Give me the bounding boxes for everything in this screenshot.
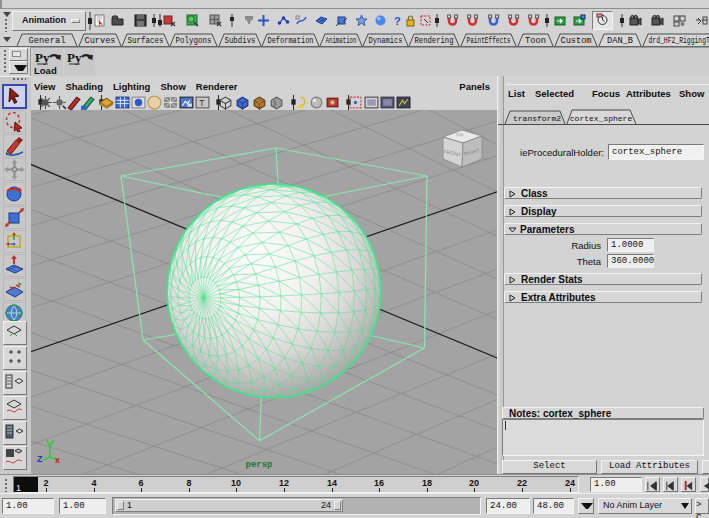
svg-text:transform2: transform2: [513, 114, 561, 123]
svg-text:PaintEffects: PaintEffects: [467, 36, 511, 46]
svg-text:persp: persp: [245, 460, 272, 470]
svg-text:Py: Py: [35, 50, 50, 65]
svg-text:Dynamics: Dynamics: [369, 36, 403, 46]
svg-text:Deformation: Deformation: [268, 36, 314, 46]
svg-text:Z: Z: [37, 454, 43, 464]
svg-text:Surfaces: Surfaces: [128, 36, 164, 46]
svg-text:Rendering: Rendering: [415, 36, 454, 46]
svg-text:?: ?: [394, 15, 401, 27]
svg-text:cortex_sphere: cortex_sphere: [570, 114, 633, 123]
svg-text:drd_HF2_RiggingToo: drd_HF2_RiggingToo: [649, 36, 709, 46]
svg-text:T: T: [199, 98, 205, 108]
svg-text:Custom: Custom: [561, 36, 592, 46]
svg-text:Toon: Toon: [525, 36, 546, 46]
svg-text:Animation: Animation: [326, 36, 357, 46]
svg-text:General: General: [29, 36, 66, 46]
svg-text:Curves: Curves: [85, 36, 116, 46]
svg-text:top: top: [456, 131, 464, 137]
svg-text:Subdivs: Subdivs: [225, 36, 256, 46]
svg-text:Py: Py: [67, 50, 82, 65]
svg-text:DAN_B: DAN_B: [607, 36, 633, 46]
svg-text:Polygons: Polygons: [176, 36, 212, 46]
svg-text:x: x: [55, 455, 60, 465]
